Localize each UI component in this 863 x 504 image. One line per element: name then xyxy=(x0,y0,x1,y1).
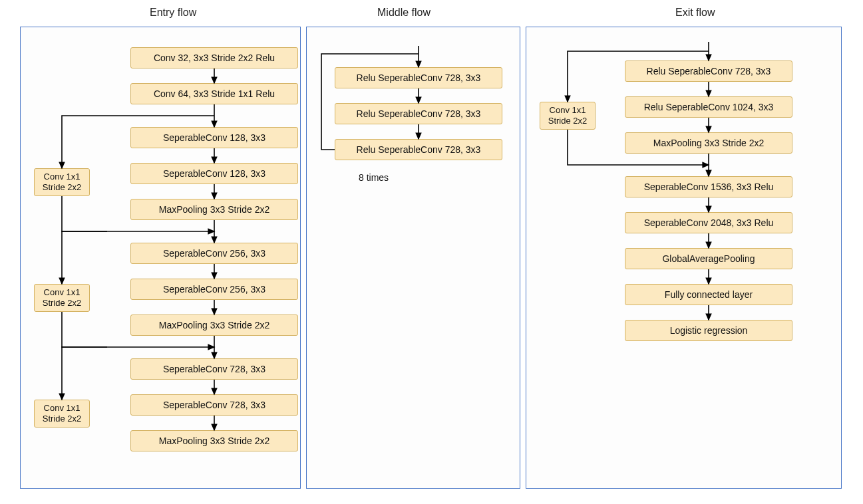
exit-block-3: MaxPooling 3x3 Stride 2x2 xyxy=(625,132,792,154)
exit-block-6: GlobalAveragePooling xyxy=(625,248,792,269)
diagram-root: Entry flow Middle flow Exit flow Conv 32… xyxy=(0,0,863,504)
entry-block-1: Conv 32, 3x3 Stride 2x2 Relu xyxy=(130,47,298,68)
entry-block-2: Conv 64, 3x3 Stride 1x1 Relu xyxy=(130,83,298,104)
middle-title: Middle flow xyxy=(377,7,431,19)
entry-block-8: MaxPooling 3x3 Stride 2x2 xyxy=(130,315,298,336)
middle-panel: Relu SeperableConv 728, 3x3 Relu Seperab… xyxy=(306,27,520,489)
entry-side-3: Conv 1x1 Stride 2x2 xyxy=(34,400,90,428)
exit-block-4: SeperableConv 1536, 3x3 Relu xyxy=(625,176,792,197)
entry-block-6: SeperableConv 256, 3x3 xyxy=(130,243,298,264)
entry-block-4: SeperableConv 128, 3x3 xyxy=(130,163,298,184)
exit-title: Exit flow xyxy=(675,7,715,19)
entry-block-10: SeperableConv 728, 3x3 xyxy=(130,394,298,416)
middle-arrows xyxy=(307,27,521,489)
middle-note: 8 times xyxy=(359,172,389,183)
middle-block-2: Relu SeperableConv 728, 3x3 xyxy=(335,103,502,124)
entry-panel: Conv 32, 3x3 Stride 2x2 Relu Conv 64, 3x… xyxy=(20,27,301,489)
entry-block-9: SeperableConv 728, 3x3 xyxy=(130,358,298,380)
middle-block-3: Relu SeperableConv 728, 3x3 xyxy=(335,139,502,160)
exit-block-2: Relu SeperableConv 1024, 3x3 xyxy=(625,96,792,118)
exit-side-1: Conv 1x1 Stride 2x2 xyxy=(540,102,596,130)
middle-block-1: Relu SeperableConv 728, 3x3 xyxy=(335,67,502,88)
entry-block-3: SeperableConv 128, 3x3 xyxy=(130,127,298,148)
entry-block-11: MaxPooling 3x3 Stride 2x2 xyxy=(130,430,298,451)
exit-block-8: Logistic regression xyxy=(625,320,792,341)
entry-block-7: SeperableConv 256, 3x3 xyxy=(130,279,298,300)
exit-block-7: Fully connected layer xyxy=(625,284,792,305)
entry-block-5: MaxPooling 3x3 Stride 2x2 xyxy=(130,199,298,220)
exit-panel: Relu SeperableConv 728, 3x3 Relu Seperab… xyxy=(526,27,842,489)
entry-title: Entry flow xyxy=(150,7,196,19)
exit-block-5: SeperableConv 2048, 3x3 Relu xyxy=(625,212,792,233)
exit-block-1: Relu SeperableConv 728, 3x3 xyxy=(625,61,792,82)
entry-side-2: Conv 1x1 Stride 2x2 xyxy=(34,284,90,312)
entry-side-1: Conv 1x1 Stride 2x2 xyxy=(34,168,90,196)
